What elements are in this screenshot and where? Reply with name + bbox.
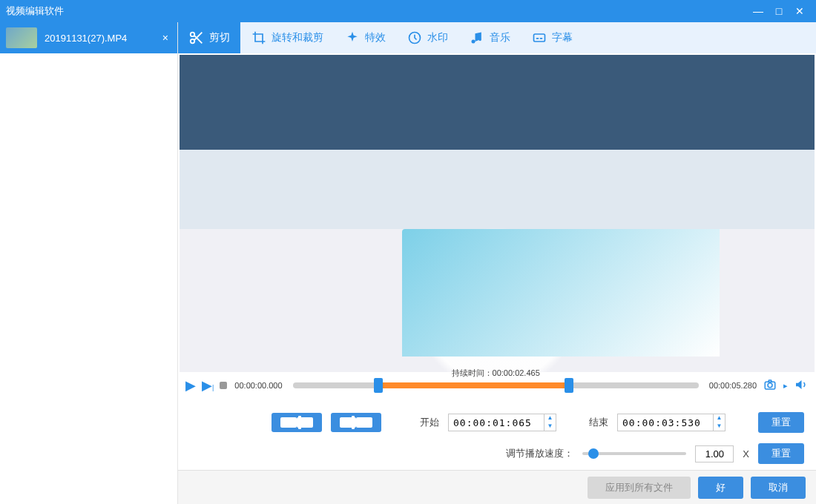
- droplet-icon: [407, 30, 423, 46]
- duration-label: 持续时间：00:00:02.465: [452, 368, 540, 379]
- speed-input[interactable]: [695, 445, 734, 462]
- play-segment-button[interactable]: ▶|: [200, 377, 215, 394]
- svg-point-6: [768, 383, 772, 388]
- end-label: 结束: [589, 416, 608, 429]
- music-note-icon: [469, 30, 485, 46]
- scissors-icon: [188, 30, 205, 46]
- footer: 应用到所有文件 好 取消: [178, 470, 816, 504]
- timeline-start-handle[interactable]: [374, 378, 383, 393]
- snapshot-button[interactable]: [760, 378, 780, 393]
- window-title: 视频编辑软件: [6, 4, 64, 18]
- set-in-point-button[interactable]: [272, 413, 322, 432]
- end-time-input[interactable]: [617, 414, 714, 431]
- start-time-input[interactable]: [448, 414, 544, 431]
- speed-label: 调节播放速度：: [506, 447, 573, 460]
- svg-point-1: [191, 39, 195, 44]
- file-item[interactable]: 20191131(27).MP4 ×: [0, 22, 177, 53]
- volume-button[interactable]: [791, 378, 810, 393]
- tab-label: 音乐: [490, 31, 510, 44]
- speed-slider[interactable]: [582, 452, 686, 455]
- titlebar: 视频编辑软件 — □ ✕: [0, 0, 816, 22]
- tab-label: 字幕: [552, 31, 573, 44]
- toolbar: 剪切 旋转和裁剪 特效 水印: [178, 22, 816, 53]
- svg-rect-4: [534, 34, 545, 42]
- tab-rotate-crop[interactable]: 旋转和裁剪: [240, 22, 334, 53]
- video-preview[interactable]: [180, 55, 815, 372]
- maximize-button[interactable]: □: [769, 5, 789, 17]
- tab-cut[interactable]: 剪切: [178, 22, 240, 53]
- set-out-point-button[interactable]: [331, 413, 381, 432]
- speed-slider-thumb[interactable]: [588, 448, 599, 459]
- play-button[interactable]: ▶: [184, 377, 197, 394]
- tab-music[interactable]: 音乐: [458, 22, 521, 53]
- timeline-end-handle[interactable]: [565, 378, 573, 393]
- tab-subtitle[interactable]: 字幕: [521, 22, 583, 53]
- tab-watermark[interactable]: 水印: [396, 22, 458, 53]
- minimize-button[interactable]: —: [748, 5, 769, 17]
- start-spinner[interactable]: ▲▼: [544, 414, 556, 431]
- svg-point-0: [191, 33, 195, 37]
- tab-label: 旋转和裁剪: [272, 31, 323, 44]
- close-button[interactable]: ✕: [789, 5, 810, 17]
- svg-point-3: [479, 39, 481, 41]
- timeline-end-time: 00:00:05.280: [709, 381, 757, 390]
- crop-icon: [251, 30, 267, 46]
- cancel-button[interactable]: 取消: [751, 477, 806, 499]
- ok-button[interactable]: 好: [698, 477, 743, 499]
- file-close-icon[interactable]: ×: [159, 32, 171, 44]
- stop-indicator: [220, 382, 227, 389]
- reset-time-button[interactable]: 重置: [758, 412, 804, 433]
- tab-label: 剪切: [209, 31, 230, 44]
- tab-label: 水印: [427, 31, 448, 44]
- video-frame: [180, 55, 815, 372]
- reset-speed-button[interactable]: 重置: [758, 443, 804, 464]
- file-sidebar: 20191131(27).MP4 ×: [0, 22, 178, 504]
- timeline: ▶ ▶| 00:00:00.000 持续时间：00:00:02.465 00:0…: [178, 372, 816, 399]
- subtitle-icon: [531, 30, 547, 46]
- tab-label: 特效: [365, 31, 386, 44]
- file-name: 20191131(27).MP4: [45, 33, 159, 44]
- timeline-track[interactable]: 持续时间：00:00:02.465: [293, 382, 699, 388]
- sparkle-icon: [344, 30, 361, 46]
- speed-unit: X: [743, 448, 749, 460]
- start-label: 开始: [420, 416, 439, 429]
- tab-effects[interactable]: 特效: [334, 22, 396, 53]
- apply-all-button[interactable]: 应用到所有文件: [588, 477, 691, 499]
- end-spinner[interactable]: ▲▼: [714, 414, 725, 431]
- timeline-start-time: 00:00:00.000: [234, 381, 282, 390]
- file-thumbnail: [6, 27, 37, 48]
- timeline-selection: [374, 382, 565, 388]
